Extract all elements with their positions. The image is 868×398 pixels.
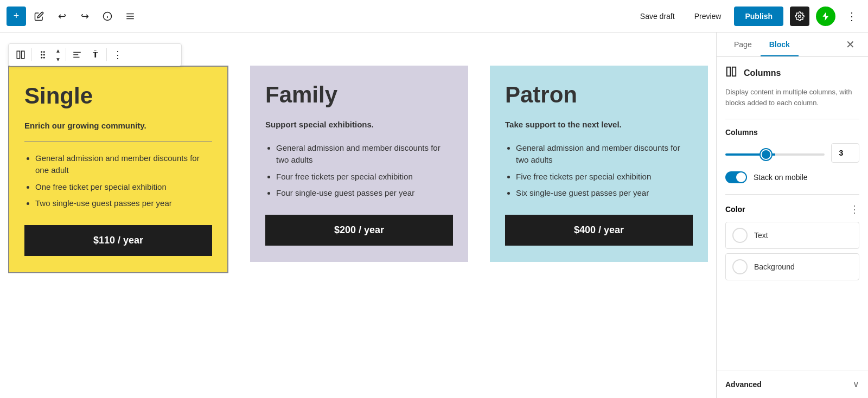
list-item: Four single-use guest passes per year <box>276 187 453 200</box>
column-patron-list: General admission and member discounts f… <box>505 142 693 200</box>
background-color-label: Background <box>754 262 795 271</box>
column-family-tagline: Support special exhibitions. <box>265 119 453 131</box>
columns-setting-label: Columns <box>725 128 859 137</box>
panel-close-button[interactable]: ✕ <box>841 34 859 55</box>
main-area: ▲ ▼ T̄ ⋮ Single Enrich our growing commu… <box>0 33 868 398</box>
move-up-button[interactable]: ▲ <box>53 46 63 55</box>
svg-rect-20 <box>732 67 736 76</box>
column-single-divider <box>24 141 212 142</box>
toolbar-right: Save draft Preview Publish ⋮ <box>634 5 861 27</box>
list-item: General admission and member discounts f… <box>35 152 212 177</box>
advanced-title: Advanced <box>725 380 762 389</box>
panel-body: Columns Display content in multiple colu… <box>717 57 868 370</box>
columns-slider[interactable] <box>725 153 825 156</box>
block-type-name: Columns <box>744 68 781 78</box>
toggle-slider <box>725 171 747 183</box>
stack-on-mobile-row: Stack on mobile <box>725 171 859 183</box>
svg-marker-7 <box>822 12 828 21</box>
list-item: Four free tickets per special exhibition <box>276 171 453 183</box>
list-view-button[interactable] <box>120 7 140 26</box>
column-family: Family Support special exhibitions. Gene… <box>250 66 468 262</box>
columns-container: Single Enrich our growing community. Gen… <box>0 66 716 273</box>
column-single-list: General admission and member discounts f… <box>24 152 212 210</box>
color-row-background[interactable]: Background <box>725 253 859 280</box>
column-single-price-btn[interactable]: $110 / year <box>24 225 212 256</box>
tab-page[interactable]: Page <box>725 33 761 56</box>
column-patron-tagline: Take support to the next level. <box>505 119 693 131</box>
column-family-title: Family <box>265 82 453 108</box>
list-item: One free ticket per special exhibition <box>35 181 212 194</box>
right-panel: Page Block ✕ Columns Display content in … <box>716 33 868 398</box>
column-patron-price-btn[interactable]: $400 / year <box>505 215 693 246</box>
performance-button[interactable] <box>816 7 835 26</box>
settings-button[interactable] <box>790 7 809 26</box>
options-button[interactable]: ⋮ <box>842 5 861 27</box>
block-more-button[interactable]: ⋮ <box>109 46 126 63</box>
editor-area: ▲ ▼ T̄ ⋮ Single Enrich our growing commu… <box>0 33 716 398</box>
list-item: Five free tickets per special exhibition <box>516 171 693 183</box>
svg-point-14 <box>41 57 42 59</box>
background-color-swatch <box>732 259 748 274</box>
section-divider-1 <box>725 119 859 119</box>
columns-input[interactable] <box>831 143 859 163</box>
column-patron-title: Patron <box>505 82 693 108</box>
info-button[interactable] <box>98 7 117 26</box>
svg-point-15 <box>43 57 45 59</box>
svg-point-13 <box>43 54 45 56</box>
tab-block[interactable]: Block <box>761 33 799 56</box>
align-button[interactable] <box>68 46 86 63</box>
text-color-swatch <box>732 228 748 243</box>
block-type-desc: Display content in multiple columns, wit… <box>725 87 859 108</box>
color-more-button[interactable]: ⋮ <box>850 203 859 215</box>
svg-point-12 <box>41 54 42 56</box>
preview-button[interactable]: Preview <box>688 8 728 25</box>
svg-point-10 <box>41 51 42 53</box>
block-type-button[interactable] <box>12 46 29 63</box>
move-down-button[interactable]: ▼ <box>53 55 63 63</box>
text-format-button[interactable]: T̄ <box>87 46 104 63</box>
svg-point-11 <box>43 51 45 53</box>
list-item: Two single-use guest passes per year <box>35 197 212 210</box>
color-row-text[interactable]: Text <box>725 222 859 249</box>
columns-control <box>725 143 859 163</box>
panel-tabs: Page Block ✕ <box>717 33 868 57</box>
column-single-title: Single <box>24 83 212 109</box>
block-toolbar: ▲ ▼ T̄ ⋮ <box>8 43 182 66</box>
drag-handle-button[interactable] <box>34 46 52 63</box>
svg-rect-8 <box>17 51 20 59</box>
color-section-title: Color <box>725 205 745 214</box>
column-family-list: General admission and member discounts f… <box>265 142 453 200</box>
section-divider-2 <box>725 194 859 195</box>
advanced-section[interactable]: Advanced ∨ <box>717 370 868 398</box>
column-single: Single Enrich our growing community. Gen… <box>8 66 228 273</box>
svg-rect-19 <box>727 67 730 76</box>
columns-block-icon <box>725 66 737 80</box>
move-controls: ▲ ▼ <box>53 46 63 63</box>
column-family-price-btn[interactable]: $200 / year <box>265 215 453 246</box>
color-section-header: Color ⋮ <box>725 203 859 215</box>
slider-container <box>725 148 825 158</box>
list-item: General admission and member discounts f… <box>276 142 453 166</box>
stack-on-mobile-toggle[interactable] <box>725 171 747 183</box>
toolbar: + ↩ ↪ Save draft Preview Publish ⋮ <box>0 0 868 33</box>
advanced-chevron-icon: ∨ <box>853 379 859 389</box>
add-block-button[interactable]: + <box>7 7 26 26</box>
pencil-button[interactable] <box>29 7 49 26</box>
svg-point-6 <box>799 15 801 17</box>
save-draft-button[interactable]: Save draft <box>634 8 681 25</box>
undo-button[interactable]: ↩ <box>52 7 72 26</box>
column-patron: Patron Take support to the next level. G… <box>490 66 708 262</box>
redo-button[interactable]: ↪ <box>75 7 94 26</box>
publish-button[interactable]: Publish <box>734 7 783 26</box>
svg-rect-9 <box>22 51 24 59</box>
stack-on-mobile-label: Stack on mobile <box>754 173 808 182</box>
list-item: Six single-use guest passes per year <box>516 187 693 200</box>
column-single-tagline: Enrich our growing community. <box>24 120 212 132</box>
block-type-header: Columns <box>725 66 859 80</box>
color-section: Color ⋮ Text Background <box>725 203 859 280</box>
toolbar-left: + ↩ ↪ <box>7 7 629 26</box>
list-item: General admission and member discounts f… <box>516 142 693 166</box>
text-color-label: Text <box>754 231 768 240</box>
